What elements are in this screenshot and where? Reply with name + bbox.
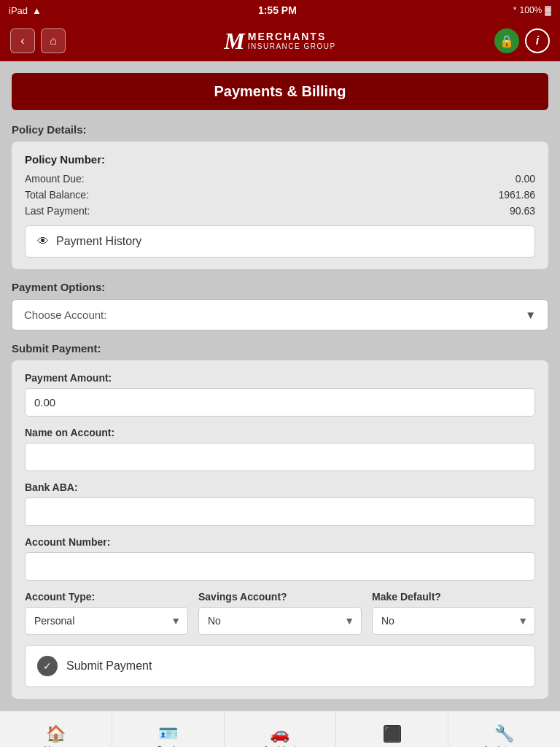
choose-account-dropdown[interactable]: Choose Account: ▼ (12, 299, 548, 330)
account-type-select-wrapper: Personal Business ▼ (25, 607, 188, 635)
home-tab-icon: 🏠 (46, 726, 66, 742)
wifi-icon: ▲ (32, 5, 42, 16)
tab-bar: 🏠 Home 🪪 Cards 🚗 Accident ⬛ Glass 🔧 Assi… (0, 711, 560, 747)
account-number-input[interactable] (25, 552, 535, 581)
bluetooth-icon: * (513, 5, 517, 15)
amount-due-value: 0.00 (516, 173, 535, 185)
accident-tab-icon: 🚗 (270, 726, 289, 742)
logo-bottom: INSURANCE GROUP (248, 42, 336, 50)
tab-home[interactable]: 🏠 Home (0, 711, 112, 747)
total-balance-row: Total Balance: 1961.86 (25, 189, 535, 201)
lock-button[interactable]: 🔒 (494, 28, 519, 53)
account-type-select[interactable]: Personal Business (25, 607, 188, 635)
bank-aba-input[interactable] (25, 498, 535, 526)
checkmark-icon: ✓ (37, 656, 58, 676)
assistance-tab-label: Assistance (483, 745, 526, 748)
policy-card: Policy Number: Amount Due: 0.00 Total Ba… (12, 142, 548, 269)
tab-accident[interactable]: 🚗 Accident (225, 711, 337, 747)
logo-text: MERCHANTS INSURANCE GROUP (248, 31, 336, 50)
savings-account-select[interactable]: No Yes (198, 607, 362, 635)
battery-label: 100% (520, 5, 542, 15)
make-default-label: Make Default? (372, 591, 535, 603)
tab-glass[interactable]: ⬛ Glass (336, 711, 448, 747)
savings-account-label: Savings Account? (198, 591, 362, 603)
payment-amount-input[interactable] (25, 388, 535, 417)
savings-account-group: Savings Account? No Yes ▼ (198, 591, 362, 635)
submit-payment-btn-label: Submit Payment (66, 659, 152, 673)
savings-account-select-wrapper: No Yes ▼ (198, 607, 362, 635)
status-left: iPad ▲ (9, 5, 42, 16)
info-button[interactable]: i (525, 28, 550, 53)
make-default-select[interactable]: No Yes (372, 607, 535, 635)
back-button[interactable]: ‹ (10, 28, 35, 53)
submit-payment-card: Payment Amount: Name on Account: Bank AB… (12, 360, 548, 699)
nav-bar: ‹ ⌂ M MERCHANTS INSURANCE GROUP 🔒 i (0, 20, 560, 61)
payment-history-label: Payment History (56, 235, 141, 248)
account-type-label: Account Type: (25, 591, 188, 603)
name-on-account-input[interactable] (25, 443, 535, 471)
account-options-row: Account Type: Personal Business ▼ Saving… (25, 591, 535, 635)
last-payment-label: Last Payment: (25, 205, 90, 217)
home-tab-label: Home (44, 745, 67, 748)
cards-tab-label: Cards (156, 745, 179, 748)
home-button[interactable]: ⌂ (41, 28, 66, 53)
logo-top: MERCHANTS (248, 31, 336, 42)
status-bar: iPad ▲ 1:55 PM * 100% ▓ (0, 0, 560, 20)
payment-history-button[interactable]: 👁 Payment History (25, 225, 535, 258)
bank-aba-label: Bank ABA: (25, 481, 535, 493)
name-on-account-label: Name on Account: (25, 427, 535, 438)
submit-payment-label: Submit Payment: (12, 342, 548, 355)
last-payment-value: 90.63 (510, 205, 535, 217)
status-time: 1:55 PM (258, 4, 297, 16)
assistance-tab-icon: 🔧 (494, 726, 514, 742)
tab-assistance[interactable]: 🔧 Assistance (448, 711, 560, 747)
last-payment-row: Last Payment: 90.63 (25, 205, 535, 217)
eye-icon: 👁 (37, 235, 49, 248)
chevron-down-icon: ▼ (525, 309, 536, 321)
glass-tab-icon: ⬛ (384, 725, 401, 743)
carrier-label: iPad (9, 5, 28, 16)
payment-amount-label: Payment Amount: (25, 372, 535, 384)
make-default-select-wrapper: No Yes ▼ (372, 607, 535, 635)
app-logo: M MERCHANTS INSURANCE GROUP (224, 29, 335, 53)
status-right: * 100% ▓ (513, 5, 551, 15)
amount-due-row: Amount Due: 0.00 (25, 173, 535, 185)
choose-account-text: Choose Account: (24, 309, 106, 321)
policy-section-label: Policy Details: (12, 123, 548, 136)
logo-m: M (224, 29, 244, 53)
accident-tab-label: Accident (263, 745, 297, 748)
policy-number-label: Policy Number: (25, 153, 535, 166)
payment-options-label: Payment Options: (12, 281, 548, 293)
amount-due-label: Amount Due: (25, 173, 85, 185)
account-number-label: Account Number: (25, 536, 535, 548)
total-balance-value: 1961.86 (498, 189, 535, 201)
page-title: Payments & Billing (12, 73, 548, 110)
battery-icon: ▓ (545, 5, 551, 15)
nav-right-icons: 🔒 i (494, 28, 550, 53)
total-balance-label: Total Balance: (25, 189, 89, 201)
make-default-group: Make Default? No Yes ▼ (372, 591, 535, 635)
cards-tab-icon: 🪪 (158, 726, 178, 742)
submit-payment-button[interactable]: ✓ Submit Payment (25, 645, 535, 687)
account-type-group: Account Type: Personal Business ▼ (25, 591, 188, 635)
tab-cards[interactable]: 🪪 Cards (112, 711, 225, 747)
main-content: Payments & Billing Policy Details: Polic… (0, 61, 560, 711)
